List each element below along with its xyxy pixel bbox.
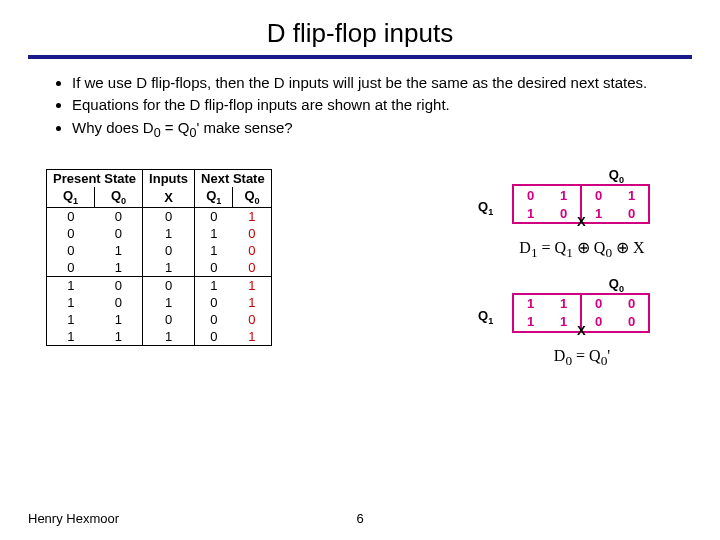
table-cell: 1 bbox=[233, 207, 271, 225]
table-cell: 1 bbox=[195, 242, 233, 259]
table-cell: 1 bbox=[233, 328, 271, 346]
kmap-column: Q0 Q1 01011010 X D1 = Q1 ⊕ Q0 ⊕ X Q0 Q1 … bbox=[290, 169, 692, 376]
col-x: X bbox=[143, 187, 195, 207]
table-cell: 1 bbox=[95, 242, 143, 259]
kmap-cell: 1 bbox=[547, 185, 581, 204]
table-cell: 0 bbox=[143, 207, 195, 225]
kmap-d0: Q0 Q1 11001100 X bbox=[472, 278, 692, 333]
table-cell: 1 bbox=[195, 225, 233, 242]
col-q0: Q0 bbox=[95, 187, 143, 207]
bullet-list: If we use D flip-flops, then the D input… bbox=[28, 73, 692, 141]
table-cell: 0 bbox=[95, 225, 143, 242]
bullet-item: Why does D0 = Q0' make sense? bbox=[72, 118, 692, 142]
table-cell: 1 bbox=[47, 311, 95, 328]
kmap-cell: 0 bbox=[581, 313, 615, 332]
bullet-item: Equations for the D flip-flop inputs are… bbox=[72, 95, 692, 115]
kmap-left-label: Q1 bbox=[478, 308, 493, 326]
col-group-inputs: Inputs bbox=[143, 170, 195, 188]
table-row: 10101 bbox=[47, 294, 272, 311]
table-row: 10011 bbox=[47, 276, 272, 294]
table-cell: 0 bbox=[95, 294, 143, 311]
kmap: Q0 Q1 11001100 X bbox=[482, 278, 682, 333]
slide-footer: Henry Hexmoor 6 bbox=[0, 511, 720, 526]
table-cell: 0 bbox=[47, 207, 95, 225]
table-cell: 1 bbox=[47, 276, 95, 294]
table-cell: 0 bbox=[95, 207, 143, 225]
table-cell: 0 bbox=[47, 259, 95, 277]
kmap-top-label: Q0 bbox=[609, 167, 624, 185]
col-group-present: Present State bbox=[47, 170, 143, 188]
state-table-body: 0000100110010100110010011101011100011101 bbox=[47, 207, 272, 345]
table-row: 00001 bbox=[47, 207, 272, 225]
table-cell: 0 bbox=[143, 242, 195, 259]
equation-d1: D1 = Q1 ⊕ Q0 ⊕ X bbox=[472, 238, 692, 261]
table-cell: 0 bbox=[47, 225, 95, 242]
col-q1n: Q1 bbox=[195, 187, 233, 207]
kmap-cell: 1 bbox=[513, 313, 547, 332]
kmap-cell: 1 bbox=[547, 294, 581, 313]
footer-page: 6 bbox=[356, 511, 363, 526]
table-row: 01010 bbox=[47, 242, 272, 259]
table-cell: 0 bbox=[195, 311, 233, 328]
slide-title: D flip-flop inputs bbox=[28, 18, 692, 49]
kmap: Q0 Q1 01011010 X bbox=[482, 169, 682, 224]
content-row: Present State Inputs Next State Q1 Q0 X … bbox=[28, 169, 692, 376]
kmap-cell: 0 bbox=[615, 294, 649, 313]
table-cell: 0 bbox=[195, 294, 233, 311]
table-cell: 1 bbox=[233, 294, 271, 311]
kmap-cell: 1 bbox=[513, 294, 547, 313]
table-cell: 1 bbox=[47, 328, 95, 346]
table-cell: 0 bbox=[233, 225, 271, 242]
slide-body: D flip-flop inputs If we use D flip-flop… bbox=[0, 0, 720, 389]
table-cell: 1 bbox=[143, 259, 195, 277]
table-cell: 1 bbox=[95, 328, 143, 346]
table-cell: 0 bbox=[195, 328, 233, 346]
table-row: 11101 bbox=[47, 328, 272, 346]
kmap-cell: 0 bbox=[615, 204, 649, 223]
table-cell: 1 bbox=[233, 276, 271, 294]
kmap-bot-label: X bbox=[577, 214, 586, 229]
kmap-d1: Q0 Q1 01011010 X bbox=[472, 169, 692, 224]
kmap-cell: 0 bbox=[581, 185, 615, 204]
kmap-top-label: Q0 bbox=[609, 276, 624, 294]
table-cell: 1 bbox=[95, 259, 143, 277]
table-cell: 1 bbox=[143, 294, 195, 311]
table-cell: 0 bbox=[47, 242, 95, 259]
table-cell: 0 bbox=[195, 259, 233, 277]
table-cell: 0 bbox=[195, 207, 233, 225]
table-row: 01100 bbox=[47, 259, 272, 277]
kmap-cell: 0 bbox=[547, 204, 581, 223]
table-cell: 1 bbox=[47, 294, 95, 311]
table-row: 11000 bbox=[47, 311, 272, 328]
table-cell: 1 bbox=[143, 328, 195, 346]
col-q1: Q1 bbox=[47, 187, 95, 207]
table-cell: 1 bbox=[195, 276, 233, 294]
table-cell: 0 bbox=[95, 276, 143, 294]
footer-author: Henry Hexmoor bbox=[28, 511, 119, 526]
kmap-cell: 1 bbox=[513, 204, 547, 223]
table-cell: 1 bbox=[143, 225, 195, 242]
col-group-next: Next State bbox=[195, 170, 272, 188]
table-row: 00110 bbox=[47, 225, 272, 242]
kmap-left-label: Q1 bbox=[478, 199, 493, 217]
table-cell: 0 bbox=[143, 276, 195, 294]
table-cell: 0 bbox=[143, 311, 195, 328]
state-table: Present State Inputs Next State Q1 Q0 X … bbox=[46, 169, 272, 346]
table-cell: 0 bbox=[233, 242, 271, 259]
kmap-cell: 0 bbox=[513, 185, 547, 204]
kmap-cell: 1 bbox=[547, 313, 581, 332]
bullet-item: If we use D flip-flops, then the D input… bbox=[72, 73, 692, 93]
col-q0n: Q0 bbox=[233, 187, 271, 207]
kmap-cell: 0 bbox=[581, 294, 615, 313]
kmap-cell: 1 bbox=[615, 185, 649, 204]
kmap-bot-label: X bbox=[577, 323, 586, 338]
kmap-cell: 0 bbox=[615, 313, 649, 332]
table-cell: 0 bbox=[233, 259, 271, 277]
equation-d0: D0 = Q0' bbox=[472, 347, 692, 369]
kmap-cell: 1 bbox=[581, 204, 615, 223]
table-cell: 1 bbox=[95, 311, 143, 328]
table-cell: 0 bbox=[233, 311, 271, 328]
title-underline bbox=[28, 55, 692, 59]
